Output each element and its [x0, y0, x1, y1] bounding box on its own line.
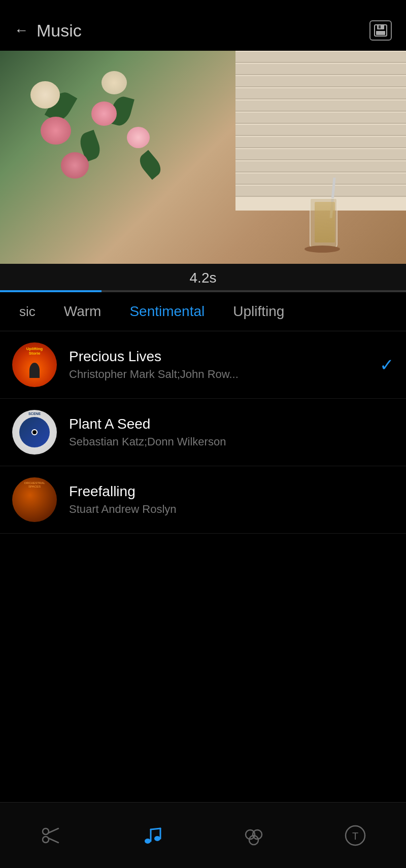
album-art-text: UpliftingStorie [26, 346, 43, 356]
blind-slat [235, 76, 406, 87]
flower-cluster [0, 51, 235, 264]
flower-petal [30, 81, 60, 109]
drink-glass [307, 188, 340, 249]
music-info-plant-a-seed: Plant A Seed Sebastian Katz;Donn Wilkers… [69, 416, 394, 448]
music-icon [141, 824, 163, 847]
list-item[interactable]: SCENE Plant A Seed Sebastian Katz;Donn W… [0, 399, 406, 466]
blind-slat [235, 125, 406, 136]
save-button[interactable] [369, 20, 392, 41]
svg-line-12 [151, 828, 160, 829]
header-left: ← Music [14, 21, 82, 41]
nav-scissors[interactable] [25, 810, 76, 861]
preview-image [0, 51, 406, 264]
window-blinds [235, 51, 406, 211]
blind-slat [235, 137, 406, 148]
music-title: Plant A Seed [69, 416, 394, 432]
svg-line-6 [48, 828, 58, 833]
tab-sentimental[interactable]: Sentimental [115, 292, 219, 331]
blind-slat [235, 161, 406, 172]
music-info-freefalling: Freefalling Stuart Andrew Roslyn [69, 483, 394, 516]
album-art-plant-a-seed: SCENE [12, 410, 57, 455]
flower-petal [61, 152, 89, 179]
svg-text:T: T [352, 830, 358, 842]
flower-petal [91, 101, 117, 126]
bottom-nav: T [0, 802, 406, 868]
nav-effects[interactable] [228, 810, 279, 861]
svg-point-9 [154, 836, 160, 841]
music-artist: Christopher Mark Salt;John Row... [69, 368, 374, 381]
flower-petal [41, 117, 71, 145]
svg-rect-3 [379, 25, 381, 28]
album-art-inner [19, 417, 50, 447]
glass-ice [315, 202, 335, 242]
svg-point-8 [145, 839, 151, 844]
svg-line-7 [48, 838, 58, 843]
back-button[interactable]: ← [14, 22, 28, 39]
music-list: UpliftingStorie Precious Lives Christoph… [0, 331, 406, 605]
header: ← Music [0, 0, 406, 51]
album-art-precious-lives: UpliftingStorie [12, 342, 57, 387]
album-art-freefalling: ORCHESTRALSPACES [12, 477, 57, 522]
music-info-precious-lives: Precious Lives Christopher Mark Salt;Joh… [69, 349, 374, 381]
music-artist: Stuart Andrew Roslyn [69, 503, 394, 516]
tab-warm[interactable]: Warm [50, 292, 116, 331]
flower-petal [101, 71, 127, 94]
save-icon [374, 24, 388, 37]
page-title: Music [37, 21, 82, 41]
blind-slat [235, 88, 406, 99]
nav-text[interactable]: T [330, 810, 381, 861]
album-art-label: SCENE [28, 412, 41, 415]
music-title: Freefalling [69, 483, 394, 500]
nav-music[interactable] [127, 810, 178, 861]
selected-checkmark: ✓ [380, 355, 394, 375]
timer-bar: 4.2s [0, 264, 406, 290]
music-artist: Sebastian Katz;Donn Wilkerson [69, 435, 394, 448]
album-art-dot [31, 429, 38, 435]
blind-slat [235, 173, 406, 185]
svg-rect-2 [376, 31, 385, 35]
blind-slat [235, 149, 406, 160]
blind-slat [235, 100, 406, 112]
blind-slat [235, 52, 406, 63]
svg-point-5 [43, 837, 49, 843]
duration-label: 4.2s [190, 270, 217, 286]
glass-plate [304, 246, 340, 253]
list-item[interactable]: UpliftingStorie Precious Lives Christoph… [0, 331, 406, 399]
blind-slat [235, 64, 406, 75]
text-icon: T [344, 824, 366, 847]
tab-sic[interactable]: sic [5, 293, 50, 331]
scissors-icon [40, 824, 62, 847]
preview-area [0, 51, 406, 264]
svg-point-4 [43, 828, 49, 835]
flower-petal [127, 127, 150, 148]
list-item[interactable]: ORCHESTRALSPACES Freefalling Stuart Andr… [0, 466, 406, 534]
music-title: Precious Lives [69, 349, 374, 365]
glass-body [310, 198, 337, 249]
album-art-text: ORCHESTRALSPACES [24, 481, 45, 489]
category-tabs: sic Warm Sentimental Uplifting [0, 292, 406, 331]
effects-icon [243, 824, 265, 847]
tab-uplifting[interactable]: Uplifting [219, 292, 298, 331]
blind-slat [235, 113, 406, 124]
